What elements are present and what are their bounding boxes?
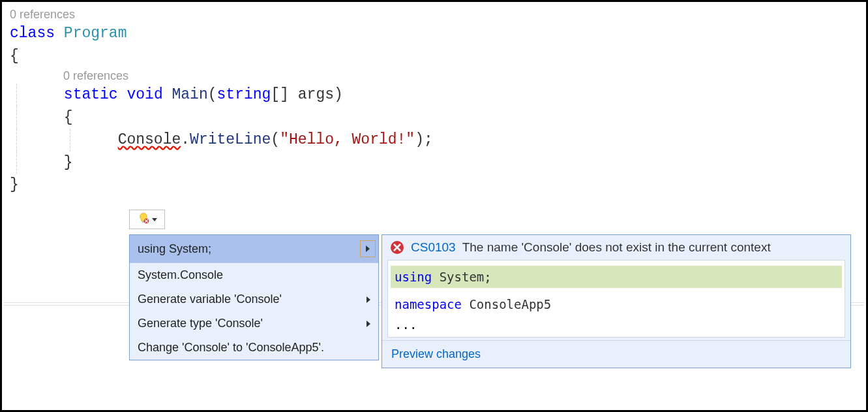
code-editor[interactable]: 0 references class Program { 0 reference… [10, 6, 858, 197]
codelens-main[interactable]: 0 references [63, 67, 858, 85]
quickfix-item-label: Change 'Console' to 'ConsoleApp5'. [138, 341, 324, 355]
code-line-brace-open2: { [10, 106, 858, 129]
preview-code-diff: using System; namespace ConsoleApp5 ... [387, 260, 845, 338]
code-line-console: Console.WriteLine("Hello, World!"); [10, 129, 858, 151]
preview-footer: Preview changes [382, 340, 850, 368]
quickfix-item-label: Generate variable 'Console' [138, 293, 282, 306]
chevron-down-icon [152, 218, 157, 221]
quickfix-menu: using System; System.Console Generate va… [129, 234, 379, 360]
error-message: The name 'Console' does not exist in the… [462, 240, 771, 255]
chevron-right-icon [366, 246, 370, 252]
quickfix-item-generate-variable[interactable]: Generate variable 'Console' [130, 287, 378, 311]
chevron-right-icon [367, 321, 370, 327]
quickfix-preview-panel: CS0103 The name 'Console' does not exist… [382, 234, 851, 368]
diff-context-line: namespace ConsoleApp5 [395, 294, 838, 314]
quickfix-item-using-system[interactable]: using System; [130, 235, 378, 263]
submenu-expand-button[interactable] [360, 240, 376, 257]
code-line-main: static void Main(string[] args) [10, 84, 858, 106]
quickfix-item-label: System.Console [138, 268, 223, 282]
error-squiggle-console[interactable]: Console [118, 131, 181, 148]
code-line-brace-close: } [10, 174, 858, 197]
code-line-class: class Program [10, 22, 858, 45]
quickfix-item-system-console[interactable]: System.Console [130, 263, 378, 287]
chevron-right-icon [367, 296, 370, 303]
error-icon [390, 240, 404, 255]
preview-error-header: CS0103 The name 'Console' does not exist… [382, 235, 850, 260]
code-line-brace-close2: } [10, 151, 858, 174]
quickfix-item-change-to-consoleapp5[interactable]: Change 'Console' to 'ConsoleApp5'. [130, 336, 378, 360]
code-line-brace-open: { [10, 45, 858, 68]
lightbulb-button[interactable] [129, 210, 165, 229]
quickfix-item-generate-type[interactable]: Generate type 'Console' [130, 311, 378, 336]
preview-changes-link[interactable]: Preview changes [391, 347, 481, 360]
codelens-class[interactable]: 0 references [10, 6, 858, 24]
quickfix-item-label: using System; [138, 242, 211, 256]
lightbulb-error-icon [138, 212, 149, 227]
diff-added-line: using System; [391, 266, 842, 288]
quickfix-item-label: Generate type 'Console' [138, 317, 263, 330]
error-code[interactable]: CS0103 [411, 240, 456, 255]
diff-ellipsis: ... [395, 315, 838, 334]
